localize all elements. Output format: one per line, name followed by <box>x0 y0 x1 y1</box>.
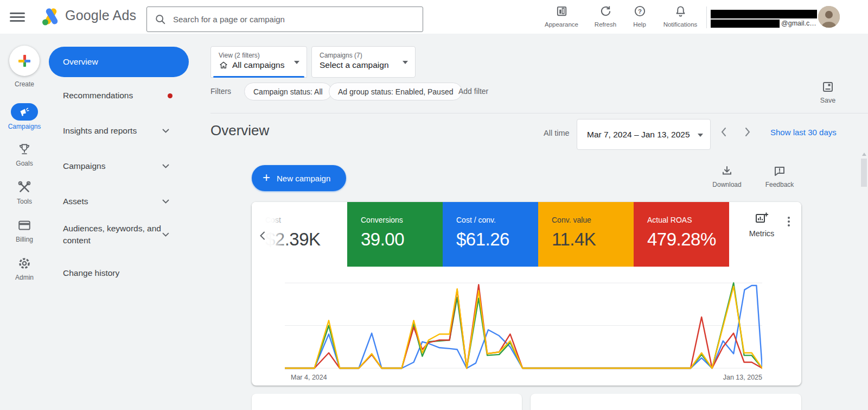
rail-item-create-label: Create <box>0 80 49 88</box>
download-icon <box>720 165 733 178</box>
notifications-button[interactable]: Notifications <box>658 5 703 28</box>
gear-icon[interactable] <box>17 256 31 270</box>
new-campaign-button[interactable]: + New campaign <box>252 165 346 191</box>
subnav-item-insights-and-reports[interactable]: Insights and reports <box>49 122 194 140</box>
dropdown-arrow-icon <box>698 134 703 137</box>
filter-chip-campaign-status[interactable]: Campaign status: All <box>244 83 332 100</box>
header-divider <box>706 7 707 28</box>
subnav-item-audiences-keywords-content[interactable]: Audiences, keywords, and content <box>49 220 194 249</box>
next-range-button[interactable] <box>744 127 751 137</box>
feedback-icon <box>773 165 786 178</box>
metrics-button[interactable]: Metrics <box>741 212 782 238</box>
svg-text:?: ? <box>637 8 641 15</box>
main-menu-icon[interactable] <box>10 10 25 23</box>
active-selector-underline <box>213 76 304 78</box>
billing-icon[interactable] <box>17 218 31 232</box>
chevron-down-icon <box>162 232 169 237</box>
add-metrics-icon <box>755 212 769 225</box>
scorecard-strip: Cost $2.39K Conversions 39.00 Cost / con… <box>252 202 801 267</box>
subnav-item-assets[interactable]: Assets <box>49 193 194 210</box>
filters-label: Filters <box>210 87 231 96</box>
filter-chip-ad-group-status[interactable]: Ad group status: Enabled, Paused <box>329 83 462 100</box>
tools-icon[interactable] <box>17 180 31 194</box>
dropdown-arrow-icon <box>403 61 408 64</box>
avatar-photo <box>818 6 840 28</box>
scorecard-prev-button[interactable] <box>259 231 265 240</box>
page-title: Overview <box>210 122 269 139</box>
subnav-item-overview[interactable]: Overview <box>49 47 189 77</box>
chevron-down-icon <box>162 129 169 133</box>
rail-item-tools-label: Tools <box>0 198 49 205</box>
help-icon: ? <box>634 5 646 17</box>
redacted-account-name <box>711 10 817 18</box>
series-actual-roas <box>285 285 762 368</box>
x-axis-start-label: Mar 4, 2024 <box>291 374 327 381</box>
rail-item-admin-label: Admin <box>0 274 49 281</box>
multicolor-plus-icon <box>18 55 30 67</box>
date-range-selector[interactable]: Mar 7, 2024 – Jan 13, 2025 <box>577 119 711 150</box>
account-avatar[interactable] <box>818 6 840 28</box>
scorecard-cost-per-conv[interactable]: Cost / conv. $61.26 <box>443 202 538 267</box>
metrics-zone: Metrics <box>729 202 801 267</box>
rail-item-billing-label: Billing <box>0 236 49 243</box>
series-cost-conv- <box>285 286 762 368</box>
appearance-icon <box>556 5 568 17</box>
chevron-down-icon <box>162 199 169 204</box>
trophy-icon[interactable] <box>17 142 31 156</box>
show-last-30-days-link[interactable]: Show last 30 days <box>770 128 837 137</box>
view-selector[interactable]: View (2 filters) All campaigns <box>210 46 307 78</box>
recommendations-badge-dot <box>168 93 173 98</box>
previous-range-button[interactable] <box>720 127 727 137</box>
scorecard-conversions[interactable]: Conversions 39.00 <box>347 202 443 267</box>
help-button[interactable]: ? Help <box>625 5 654 28</box>
home-icon <box>219 60 228 70</box>
refresh-button[interactable]: Refresh <box>589 5 622 28</box>
overview-chart-card: Cost $2.39K Conversions 39.00 Cost / con… <box>252 202 801 386</box>
navigation-rail: Create Campaigns Goals Tools Billing Adm… <box>0 34 49 410</box>
search-icon <box>155 14 167 26</box>
bottom-left-card <box>252 394 522 410</box>
dropdown-arrow-icon <box>294 61 299 64</box>
google-ads-logo[interactable] <box>40 7 62 27</box>
section-divider <box>210 113 868 113</box>
performance-line-chart[interactable] <box>285 272 762 375</box>
account-email-fragment: @gmail.c… <box>781 20 816 27</box>
rail-item-campaigns-label: Campaigns <box>0 123 49 130</box>
top-app-bar: Google Ads Appearance Refresh ? Help <box>0 0 868 34</box>
scorecard-actual-roas[interactable]: Actual ROAS 479.28% <box>634 202 729 267</box>
megaphone-icon <box>19 106 30 117</box>
x-axis-end-label: Jan 13, 2025 <box>723 374 762 381</box>
plus-icon: + <box>263 171 270 184</box>
more-options-button[interactable] <box>784 215 794 228</box>
refresh-icon <box>599 5 612 17</box>
appearance-button[interactable]: Appearance <box>541 5 582 28</box>
subnav-item-change-history[interactable]: Change history <box>49 264 194 282</box>
rail-item-campaigns[interactable] <box>11 103 38 121</box>
date-range-shortcut-label: All time <box>544 129 570 137</box>
campaign-selector[interactable]: Campaigns (7) Select a campaign <box>311 46 416 78</box>
subnav-item-campaigns[interactable]: Campaigns <box>49 157 194 175</box>
redacted-account-email <box>711 20 780 28</box>
scrollbar-thumb[interactable] <box>861 159 867 187</box>
save-icon <box>821 80 834 93</box>
add-filter-button[interactable]: Add filter <box>458 87 488 96</box>
create-button[interactable] <box>9 46 40 76</box>
app-title: Google Ads <box>65 8 136 23</box>
scorecard-cost[interactable]: Cost $2.39K <box>252 202 347 267</box>
rail-item-goals-label: Goals <box>0 160 49 167</box>
download-button[interactable]: Download <box>705 165 749 188</box>
series-conv-value <box>285 286 762 368</box>
feedback-button[interactable]: Feedback <box>758 165 801 188</box>
chevron-down-icon <box>162 164 169 168</box>
scrollbar-up-arrow[interactable] <box>862 153 866 156</box>
save-button[interactable]: Save <box>811 80 845 104</box>
scorecard-conv-value[interactable]: Conv. value 11.4K <box>538 202 634 267</box>
search-input[interactable] <box>172 14 415 24</box>
bell-icon <box>674 5 687 17</box>
bottom-right-card <box>531 394 801 410</box>
subnav-item-recommendations[interactable]: Recommendations <box>49 87 194 104</box>
global-search[interactable] <box>146 7 423 32</box>
